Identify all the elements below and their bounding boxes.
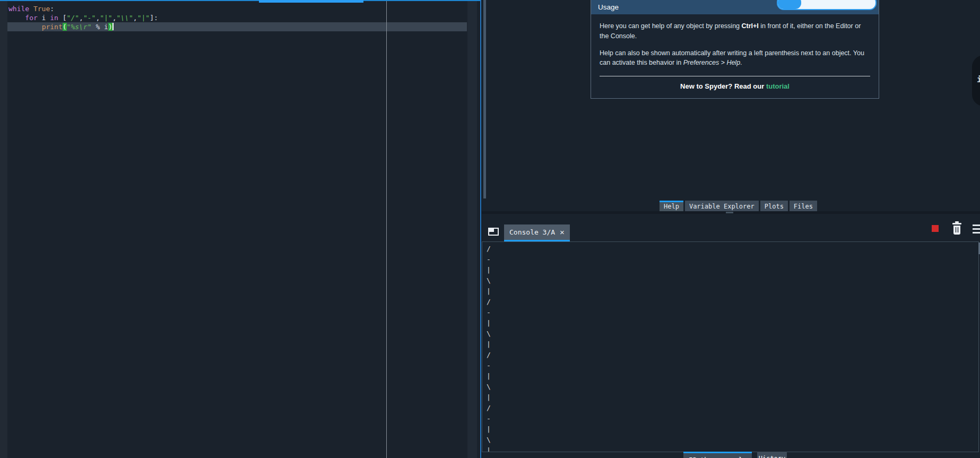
close-icon[interactable]: × bbox=[560, 228, 565, 237]
code-token: print bbox=[42, 23, 63, 31]
editor-gutter bbox=[0, 1, 7, 458]
code-token: [ bbox=[58, 14, 67, 22]
text-segment: Ctrl+I bbox=[742, 22, 759, 30]
code-token: ( bbox=[63, 23, 67, 31]
editor-active-tab-indicator bbox=[259, 0, 363, 3]
browse-tabs-icon[interactable] bbox=[488, 228, 499, 236]
code-token: ) bbox=[108, 23, 112, 31]
code-line[interactable]: while True: bbox=[7, 4, 467, 13]
code-token: "/" bbox=[67, 14, 79, 22]
editor-79col-edge-line bbox=[386, 1, 387, 458]
code-token: "%s\r" bbox=[67, 23, 92, 31]
toggle-knob-icon bbox=[778, 0, 801, 9]
editor-pane[interactable]: while True: for i in ["/","-","|","\\","… bbox=[0, 0, 481, 458]
console-output-line: \ bbox=[487, 435, 978, 445]
console-output-line: \ bbox=[487, 382, 978, 392]
code-line[interactable]: for i in ["/","-","|","\\","|"]: bbox=[7, 13, 467, 22]
tab-files[interactable]: Files bbox=[790, 201, 817, 211]
tutorial-link[interactable]: tutorial bbox=[766, 82, 790, 90]
editor-focus-border bbox=[480, 0, 481, 458]
console-bottom-tab-bar: IPython consoleHistory bbox=[482, 452, 980, 458]
tab-history[interactable]: History bbox=[757, 452, 787, 458]
code-token bbox=[8, 14, 25, 22]
code-token: in bbox=[50, 14, 58, 22]
code-token: "|" bbox=[137, 14, 150, 22]
code-token: % i bbox=[92, 23, 108, 31]
code-token: ]: bbox=[150, 14, 158, 22]
text-segment: . bbox=[740, 59, 742, 66]
info-icon: i bbox=[977, 75, 980, 84]
console-output-line: | bbox=[487, 318, 978, 329]
console-output-line: / bbox=[487, 350, 978, 360]
console-output-line: | bbox=[487, 392, 978, 403]
console-output-line: | bbox=[487, 371, 978, 382]
usage-paragraph-1: Here you can get help of any object by p… bbox=[600, 21, 870, 41]
console-output-line: | bbox=[487, 339, 978, 350]
code-token: while bbox=[8, 5, 29, 13]
usage-header: Usage bbox=[591, 0, 879, 14]
code-token: True bbox=[33, 5, 50, 13]
help-toggle-switch[interactable] bbox=[777, 0, 877, 10]
code-token: "-" bbox=[83, 14, 96, 22]
console-output-line: - bbox=[487, 254, 978, 265]
console-output-line: - bbox=[487, 307, 978, 318]
splitter-handle[interactable] bbox=[726, 212, 733, 213]
console-panel: Console 3/A × /-|\|/-|\|/-|\|/-|\| IPyth… bbox=[482, 214, 980, 458]
usage-body: Here you can get help of any object by p… bbox=[591, 21, 879, 68]
info-badge[interactable]: i bbox=[972, 55, 980, 106]
code-token: , bbox=[112, 14, 117, 22]
console-output-line: | bbox=[487, 424, 978, 435]
console-output[interactable]: /-|\|/-|\|/-|\|/-|\| bbox=[482, 241, 979, 452]
code-area[interactable]: while True: for i in ["/","-","|","\\","… bbox=[7, 4, 467, 31]
console-output-line: \ bbox=[487, 275, 978, 286]
menu-bar bbox=[973, 232, 980, 234]
tab-console-3a[interactable]: Console 3/A × bbox=[504, 224, 570, 241]
help-scrollbar[interactable] bbox=[483, 0, 486, 198]
editor-scrollbar[interactable] bbox=[467, 1, 477, 458]
code-token: , bbox=[133, 14, 137, 22]
code-token bbox=[8, 23, 42, 31]
console-output-line: / bbox=[487, 297, 978, 307]
text-cursor bbox=[112, 23, 114, 30]
usage-divider bbox=[600, 76, 870, 76]
tab-variable-explorer[interactable]: Variable Explorer bbox=[685, 201, 759, 211]
console-output-line: / bbox=[487, 244, 978, 254]
tab-ipython-console[interactable]: IPython console bbox=[683, 452, 752, 458]
menu-bar bbox=[973, 224, 980, 226]
code-token: i bbox=[38, 14, 50, 22]
trash-icon[interactable] bbox=[951, 221, 963, 236]
footer-text: New to Spyder? Read our bbox=[680, 82, 766, 90]
usage-footer: New to Spyder? Read our tutorial bbox=[591, 82, 879, 90]
code-token: : bbox=[50, 5, 54, 13]
console-output-line: \ bbox=[487, 329, 978, 339]
usage-title: Usage bbox=[598, 3, 619, 11]
console-output-line: / bbox=[487, 403, 978, 413]
console-output-line: - bbox=[487, 360, 978, 371]
help-panel: Usage Here you can get help of any objec… bbox=[482, 0, 980, 211]
code-token bbox=[29, 5, 33, 13]
hamburger-menu-icon[interactable] bbox=[973, 224, 980, 236]
code-token: "|" bbox=[100, 14, 112, 22]
tab-help[interactable]: Help bbox=[660, 201, 683, 211]
console-tab-label: Console 3/A bbox=[509, 228, 555, 236]
console-output-line: | bbox=[487, 286, 978, 297]
console-output-line: | bbox=[487, 265, 978, 275]
code-token: , bbox=[79, 14, 83, 22]
console-output-line: - bbox=[487, 413, 978, 424]
tab-plots[interactable]: Plots bbox=[760, 201, 788, 211]
editor-top-border bbox=[0, 0, 481, 1]
usage-box: Usage Here you can get help of any objec… bbox=[591, 0, 879, 99]
code-line[interactable]: print("%s\r" % i) bbox=[7, 22, 467, 31]
code-token: for bbox=[25, 14, 37, 22]
menu-bar bbox=[973, 228, 980, 230]
usage-paragraph-2: Help can also be shown automatically aft… bbox=[600, 48, 870, 68]
pane-tab-bar: HelpVariable ExplorerPlotsFiles bbox=[660, 201, 817, 211]
stop-square-icon[interactable] bbox=[932, 225, 939, 232]
text-segment: Here you can get help of any object by p… bbox=[600, 22, 742, 30]
code-token: "\\" bbox=[117, 14, 133, 22]
text-segment: Preferences > Help bbox=[683, 59, 740, 66]
browse-tabs-corner bbox=[489, 229, 494, 232]
